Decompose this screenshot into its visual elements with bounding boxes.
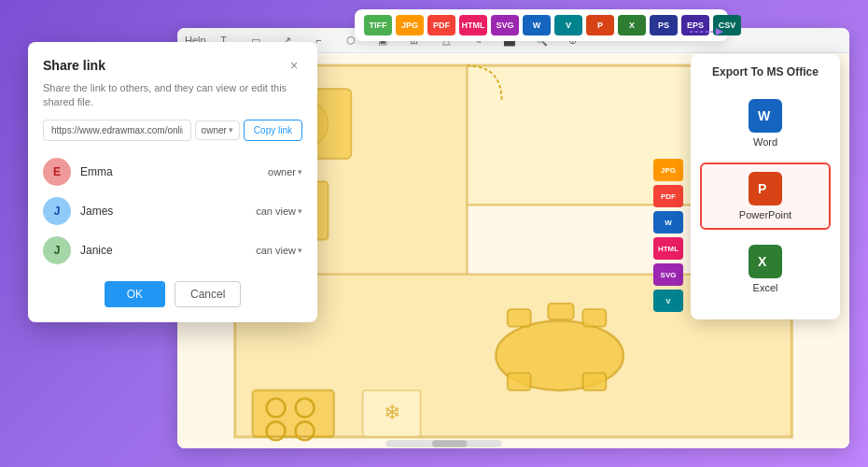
- tiff-format-icon[interactable]: TIFF: [364, 15, 392, 35]
- export-powerpoint-item[interactable]: P PowerPoint: [700, 163, 831, 230]
- permission-janice[interactable]: can view ▾: [256, 245, 302, 256]
- word-format-icon[interactable]: W: [523, 15, 551, 35]
- avatar-james: J: [43, 197, 71, 225]
- html-format-icon[interactable]: HTML: [459, 15, 487, 35]
- copy-link-button[interactable]: Copy link: [244, 120, 302, 141]
- modal-title: Share link: [43, 58, 105, 73]
- excel-label: Excel: [753, 282, 778, 293]
- link-row: owner ▾ Copy link: [43, 120, 302, 141]
- modal-footer: OK Cancel: [43, 281, 302, 307]
- user-row-emma: E Emma owner ▾: [43, 152, 302, 191]
- svg-text:W: W: [758, 108, 771, 123]
- permission-value: owner: [202, 125, 227, 135]
- svg-rect-10: [508, 309, 531, 327]
- chevron-down-icon: ▾: [229, 125, 233, 134]
- user-name-james: James: [80, 205, 256, 218]
- svg-rect-15: [253, 390, 334, 437]
- permission-emma[interactable]: owner ▾: [268, 166, 302, 177]
- permission-james[interactable]: can view ▾: [256, 205, 302, 217]
- svg-rect-11: [582, 309, 606, 327]
- share-modal: Share link × Share the link to others, a…: [28, 42, 317, 322]
- export-word-item[interactable]: W Word: [700, 90, 831, 157]
- export-excel-item[interactable]: X Excel: [700, 235, 831, 303]
- user-name-emma: Emma: [80, 165, 268, 178]
- ok-button[interactable]: OK: [105, 281, 165, 307]
- permission-dropdown[interactable]: owner ▾: [195, 120, 240, 140]
- export-panel-title: Export To MS Office: [700, 65, 831, 78]
- powerpoint-label: PowerPoint: [739, 209, 791, 220]
- excel-icon: X: [749, 245, 782, 278]
- arrow-indicator: [686, 22, 723, 41]
- export-panel: Export To MS Office W Word P PowerPoint …: [691, 54, 840, 319]
- pdf-side-badge[interactable]: PDF: [653, 185, 683, 207]
- svg-format-icon[interactable]: SVG: [491, 15, 519, 35]
- svg-rect-13: [582, 373, 606, 390]
- avatar-janice: J: [43, 236, 71, 264]
- link-input[interactable]: [43, 120, 191, 141]
- word-side-badge[interactable]: W: [653, 211, 683, 234]
- chevron-icon: ▾: [298, 246, 302, 255]
- avatar-emma: E: [43, 158, 71, 186]
- powerpoint-icon: P: [749, 172, 782, 205]
- svg-text:P: P: [758, 181, 766, 196]
- close-button[interactable]: ×: [286, 57, 302, 74]
- svg-text:❄: ❄: [384, 401, 400, 424]
- word-label: Word: [753, 136, 777, 148]
- ps-format-icon[interactable]: PS: [650, 15, 678, 35]
- vsdx-side-badge[interactable]: V: [653, 290, 683, 312]
- word-icon: W: [749, 99, 782, 133]
- user-row-james: J James can view ▾: [43, 191, 302, 231]
- perm-value-james: can view: [256, 205, 296, 217]
- jpg-side-badge[interactable]: JPG: [653, 159, 683, 181]
- modal-header: Share link ×: [43, 57, 302, 74]
- cancel-button[interactable]: Cancel: [175, 281, 241, 307]
- svg-marker-1: [716, 28, 723, 35]
- modal-description: Share the link to others, and they can v…: [43, 81, 302, 110]
- html-side-badge[interactable]: HTML: [653, 237, 683, 260]
- chevron-icon: ▾: [298, 167, 302, 177]
- vsdx-format-icon[interactable]: V: [554, 15, 582, 35]
- xlsx-format-icon[interactable]: X: [618, 15, 646, 35]
- svg-rect-12: [508, 373, 531, 390]
- jpg-format-icon[interactable]: JPG: [396, 15, 424, 35]
- svg-rect-23: [432, 440, 467, 446]
- svg-side-badge[interactable]: SVG: [653, 263, 683, 286]
- user-row-janice: J Janice can view ▾: [43, 231, 302, 270]
- svg-text:X: X: [758, 254, 767, 269]
- chevron-icon: ▾: [298, 206, 302, 216]
- perm-value-janice: can view: [256, 245, 296, 256]
- user-name-janice: Janice: [80, 244, 256, 257]
- pptx-format-icon[interactable]: P: [586, 15, 614, 35]
- pdf-format-icon[interactable]: PDF: [427, 15, 455, 35]
- format-export-toolbar: TIFFJPGPDFHTMLSVGWVPXPSEPSCSV: [355, 9, 728, 41]
- perm-value-emma: owner: [268, 166, 296, 177]
- side-icon-badges: JPG PDF W HTML SVG V: [653, 159, 683, 312]
- svg-rect-14: [548, 304, 573, 319]
